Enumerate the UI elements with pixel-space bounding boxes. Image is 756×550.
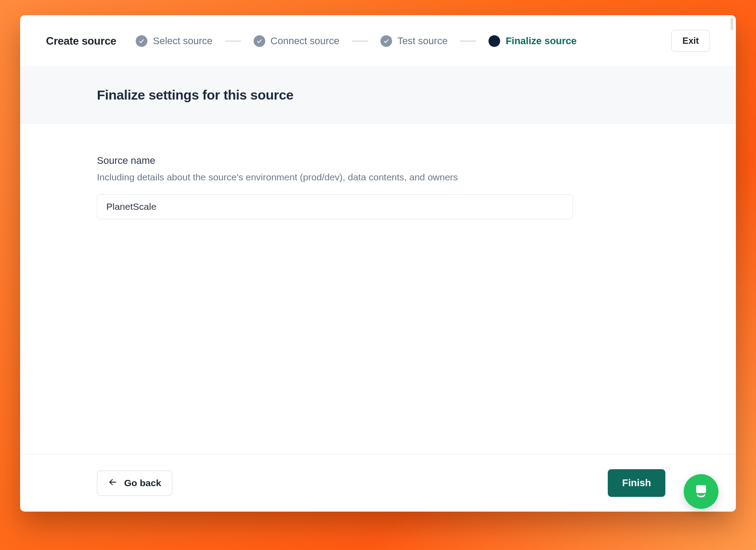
go-back-label: Go back (124, 478, 161, 488)
step-select-source[interactable]: Select source (136, 35, 212, 47)
step-connector (352, 41, 368, 42)
source-name-hint: Including details about the source's env… (97, 172, 736, 183)
step-label: Finalize source (505, 35, 576, 47)
step-finalize-source[interactable]: Finalize source (489, 35, 576, 47)
step-connector (225, 41, 241, 42)
step-connector (460, 41, 476, 42)
modal-footer: Go back Finish (20, 454, 736, 512)
source-name-input[interactable] (97, 194, 573, 219)
step-label: Connect source (271, 35, 339, 47)
chat-launcher-button[interactable] (684, 474, 718, 509)
step-label: Select source (153, 35, 212, 47)
form-body: Source name Including details about the … (20, 124, 736, 454)
exit-button[interactable]: Exit (671, 30, 710, 52)
page-title: Create source (46, 35, 116, 47)
arrow-left-icon (108, 477, 118, 489)
subheader-title: Finalize settings for this source (97, 88, 736, 103)
source-name-label: Source name (97, 155, 736, 167)
stepper: Select source Connect source Test source (136, 35, 671, 47)
finish-button[interactable]: Finish (608, 469, 665, 497)
check-icon (380, 35, 392, 47)
create-source-modal: Create source Select source Connect sour… (20, 15, 736, 512)
step-connect-source[interactable]: Connect source (254, 35, 339, 47)
subheader: Finalize settings for this source (20, 67, 736, 124)
check-icon (136, 35, 147, 47)
modal-header: Create source Select source Connect sour… (20, 15, 736, 67)
step-test-source[interactable]: Test source (380, 35, 448, 47)
dot-icon (489, 35, 500, 47)
step-label: Test source (397, 35, 448, 47)
go-back-button[interactable]: Go back (97, 471, 172, 496)
check-icon (254, 35, 265, 47)
chat-icon (692, 482, 710, 501)
